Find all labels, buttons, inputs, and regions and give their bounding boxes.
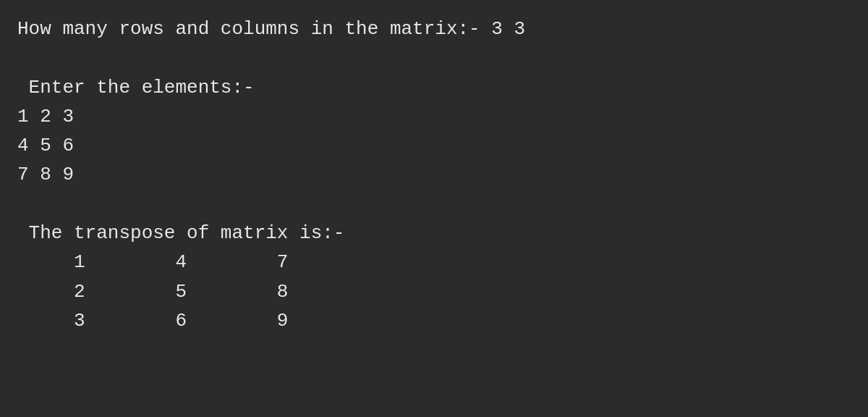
matrix-row-3: 7 8 9 — [17, 160, 851, 189]
transpose-row-1: 1 4 7 — [17, 248, 851, 277]
prompt-line: How many rows and columns in the matrix:… — [17, 14, 851, 43]
matrix-row-1: 1 2 3 — [17, 102, 851, 131]
transpose-row-3: 3 6 9 — [17, 306, 851, 335]
terminal-output: How many rows and columns in the matrix:… — [0, 0, 868, 417]
matrix-row-2: 4 5 6 — [17, 131, 851, 160]
blank-line-1 — [17, 43, 851, 72]
transpose-row-2: 2 5 8 — [17, 277, 851, 306]
transpose-header: The transpose of matrix is:- — [17, 219, 851, 248]
blank-line-2 — [17, 190, 851, 219]
enter-elements-label: Enter the elements:- — [17, 73, 851, 102]
